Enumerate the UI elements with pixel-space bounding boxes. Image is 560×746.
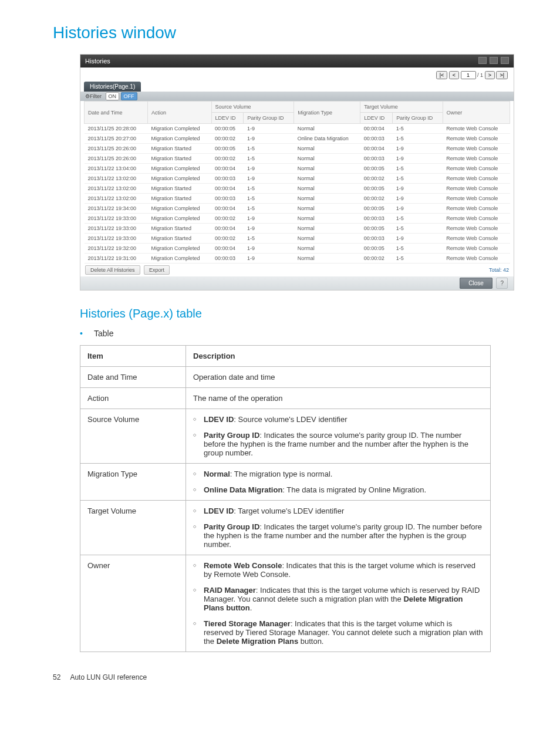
tab-histories-page1[interactable]: Histories(Page.1) (84, 82, 141, 92)
cell: Migration Completed (148, 124, 212, 134)
cell: Online Data Migration (294, 134, 360, 144)
cell: 00:00:05 (211, 144, 244, 154)
col-src-ldev-id[interactable]: LDEV ID (211, 113, 244, 124)
cell: Remote Web Console (443, 124, 510, 134)
filter-off-toggle[interactable]: OFF (121, 92, 137, 100)
cell: 2013/11/22 19:34:00 (85, 204, 148, 214)
cell: Migration Completed (148, 244, 212, 254)
pager-next-button[interactable]: > (485, 71, 495, 79)
table-row[interactable]: 2013/11/22 13:02:00Migration Started00:0… (85, 194, 510, 204)
page-title: Histories window (53, 23, 525, 42)
table-row[interactable]: 2013/11/25 20:27:00Migration Completed00… (85, 134, 510, 144)
cell: 1-9 (244, 164, 294, 174)
desc-text: Operation date and time (186, 367, 491, 388)
cell: 00:00:04 (211, 224, 244, 234)
cell: Normal (294, 164, 360, 174)
table-row[interactable]: 2013/11/22 19:32:00Migration Completed00… (85, 244, 510, 254)
cell: Remote Web Console (443, 154, 510, 164)
table-row[interactable]: 2013/11/25 20:26:00Migration Started00:0… (85, 144, 510, 154)
table-row[interactable]: 2013/11/22 19:33:00Migration Started00:0… (85, 234, 510, 244)
table-row[interactable]: 2013/11/22 13:02:00Migration Completed00… (85, 174, 510, 184)
cell: 00:00:03 (360, 234, 393, 244)
cell: Remote Web Console (443, 174, 510, 184)
col-action[interactable]: Action (148, 102, 212, 124)
col-date-time[interactable]: Date and Time (85, 102, 148, 124)
desc-text: The name of the operation (186, 388, 491, 409)
total-value: 42 (503, 267, 509, 273)
cell: 2013/11/22 19:33:00 (85, 214, 148, 224)
desc-row-owner: Owner Remote Web Console: Indicates that… (80, 555, 491, 652)
cell: 2013/11/25 20:26:00 (85, 144, 148, 154)
desc-row-action: Action The name of the operation (80, 388, 491, 409)
pager-bar: |< < / 1 > >| (80, 67, 514, 82)
cell: 1-5 (393, 134, 443, 144)
table-row[interactable]: 2013/11/25 20:28:00Migration Completed00… (85, 124, 510, 134)
pager-current-input[interactable] (461, 71, 476, 79)
cell: Normal (294, 154, 360, 164)
cell: 1-9 (244, 214, 294, 224)
cell: 00:00:02 (211, 134, 244, 144)
cell: 00:00:02 (360, 194, 393, 204)
cell: 00:00:02 (360, 174, 393, 184)
cell: 00:00:05 (360, 224, 393, 234)
col-owner[interactable]: Owner (443, 102, 510, 124)
cell: 00:00:03 (360, 214, 393, 224)
cell: Migration Started (148, 154, 212, 164)
bullet-table: Table (80, 329, 525, 338)
maximize-icon[interactable] (490, 57, 498, 64)
cell: 00:00:02 (211, 214, 244, 224)
description-table: Item Description Date and Time Operation… (80, 345, 491, 652)
cell: Remote Web Console (443, 234, 510, 244)
cell: Migration Started (148, 194, 212, 204)
cell: Migration Started (148, 184, 212, 194)
col-target-volume[interactable]: Target Volume (360, 102, 443, 113)
table-row[interactable]: 2013/11/22 19:34:00Migration Completed00… (85, 204, 510, 214)
table-row[interactable]: 2013/11/22 13:02:00Migration Started00:0… (85, 184, 510, 194)
desc-item: Migration Type (80, 464, 186, 501)
cell: 1-9 (393, 194, 443, 204)
total-label: Total: (489, 267, 502, 273)
cell: Normal (294, 124, 360, 134)
table-row[interactable]: 2013/11/22 13:04:00Migration Completed00… (85, 164, 510, 174)
cell: 2013/11/22 19:31:00 (85, 254, 148, 264)
cell: Normal (294, 174, 360, 184)
cell: 1-5 (393, 174, 443, 184)
col-tgt-parity-group[interactable]: Parity Group ID (393, 113, 443, 124)
cell: Remote Web Console (443, 194, 510, 204)
histories-grid: Date and Time Action Source Volume Migra… (84, 101, 510, 264)
col-src-parity-group[interactable]: Parity Group ID (244, 113, 294, 124)
cell: Normal (294, 144, 360, 154)
filter-icon[interactable] (478, 57, 487, 64)
close-button[interactable]: Close (460, 278, 492, 289)
col-source-volume[interactable]: Source Volume (211, 102, 294, 113)
cell: 2013/11/25 20:28:00 (85, 124, 148, 134)
cell: 2013/11/22 13:02:00 (85, 184, 148, 194)
cell: Normal (294, 214, 360, 224)
table-row[interactable]: 2013/11/22 19:33:00Migration Started00:0… (85, 224, 510, 234)
table-row[interactable]: 2013/11/22 19:31:00Migration Completed00… (85, 254, 510, 264)
cell: 1-5 (393, 164, 443, 174)
help-button[interactable]: ? (496, 278, 508, 289)
cell: 2013/11/22 13:02:00 (85, 174, 148, 184)
col-tgt-ldev-id[interactable]: LDEV ID (360, 113, 393, 124)
col-migration-type[interactable]: Migration Type (294, 102, 360, 124)
cell: Remote Web Console (443, 254, 510, 264)
table-row[interactable]: 2013/11/25 20:26:00Migration Started00:0… (85, 154, 510, 164)
close-bar: Close ? (80, 276, 514, 290)
page-number: 52 (53, 673, 60, 681)
filter-on-toggle[interactable]: ON (106, 92, 120, 100)
window-controls (477, 57, 509, 65)
cell: Normal (294, 204, 360, 214)
pager-prev-button[interactable]: < (449, 71, 459, 79)
export-button[interactable]: Export (144, 265, 170, 275)
cell: 00:00:04 (211, 184, 244, 194)
delete-all-histories-button[interactable]: Delete All Histories (85, 265, 140, 275)
close-icon[interactable] (501, 57, 509, 64)
table-row[interactable]: 2013/11/22 19:33:00Migration Completed00… (85, 214, 510, 224)
cell: 1-5 (393, 124, 443, 134)
cell: Remote Web Console (443, 134, 510, 144)
pager-last-button[interactable]: >| (496, 71, 508, 79)
cell: 00:00:02 (211, 154, 244, 164)
cell: Normal (294, 234, 360, 244)
pager-first-button[interactable]: |< (436, 71, 448, 79)
